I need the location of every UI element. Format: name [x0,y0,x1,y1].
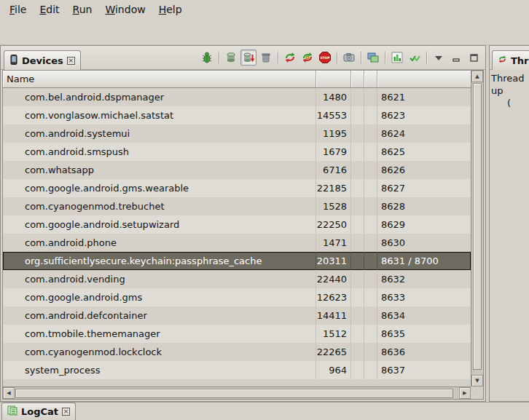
menu-edit[interactable]: Edit [33,1,66,17]
scroll-left-icon[interactable]: ◀ [3,387,15,399]
start-method-profiling-icon[interactable] [299,49,316,66]
table-row[interactable]: com.google.android.setupwizard222508629 [3,215,471,234]
port-cell: 8625 [377,143,471,161]
table-row[interactable]: com.android.vending224408632 [3,270,471,288]
toolbar-separator [337,52,337,64]
menu-file[interactable]: File [3,1,33,17]
vertical-scroll-thumb[interactable] [473,83,482,370]
column-header-pid[interactable] [316,71,351,87]
process-name-cell: com.vonglasow.michael.satstat [3,106,316,124]
empty-cell [364,124,377,143]
column-header-3[interactable] [351,71,364,87]
table-row[interactable]: com.cyanogenmod.trebuchet15288628 [3,197,471,215]
toolbar-separator [219,52,219,64]
process-name-cell: com.whatsapp [3,161,316,179]
toolbar-separator [361,52,361,64]
toolbar-separator [385,52,385,64]
pid-cell: 1528 [316,197,351,215]
minimize-icon[interactable] [448,49,464,66]
empty-cell [351,161,364,179]
screen-capture-icon[interactable] [341,49,357,66]
process-name-cell: com.android.phone [3,234,316,252]
update-heap-icon[interactable] [223,49,239,66]
table-row[interactable]: com.android.defcontainer144118634 [3,306,471,325]
menu-run[interactable]: Run [66,1,99,17]
vertical-scrollbar[interactable]: ▲ ▼ [471,71,483,387]
port-cell: 8630 [377,234,471,252]
toolbar-separator [426,52,427,64]
table-row[interactable]: com.android.systemui11958624 [3,124,471,143]
empty-cell [364,143,377,161]
tab-devices[interactable]: Devices × [4,50,81,70]
process-name-cell: com.bel.android.dspmanager [3,88,316,106]
pid-cell: 22250 [316,215,351,234]
port-cell: 8637 [377,361,471,379]
horizontal-scrollbar[interactable]: ◀ ▶ [3,387,471,399]
empty-cell [351,306,364,325]
table-row[interactable]: com.google.android.gms.wearable221858627 [3,179,471,197]
view-menu-icon[interactable] [431,49,447,66]
menu-help[interactable]: Help [152,1,189,17]
scroll-up-icon[interactable]: ▲ [471,71,483,82]
close-icon[interactable]: × [62,408,70,416]
tab-logcat-label: LogCat [21,406,58,417]
empty-cell [364,343,377,361]
column-header-port[interactable] [377,71,471,87]
menu-window[interactable]: Window [98,1,152,17]
dump-hprof-icon[interactable] [240,49,256,66]
update-threads-icon[interactable] [282,49,298,66]
table-row[interactable]: com.android.phone14718630 [3,234,471,252]
process-name-cell: com.android.smspush [3,143,316,161]
bar-chart-icon[interactable] [389,49,405,66]
empty-cell [351,288,364,306]
table-row[interactable]: system_process9648637 [3,361,471,379]
empty-cell [351,179,364,197]
table-row[interactable]: com.vonglasow.michael.satstat145538623 [3,106,471,124]
table-row[interactable]: com.tmobile.thememanager15128635 [3,325,471,343]
capture-system-trace-icon[interactable] [365,49,381,66]
table-row[interactable]: org.sufficientlysecure.keychain:passphra… [3,252,471,270]
threads-icon [498,55,507,66]
empty-cell [351,215,364,234]
tab-threads[interactable]: Threads [492,50,529,70]
devices-tabbar: Devices × [1,46,485,70]
scroll-right-icon[interactable]: ▶ [459,387,471,399]
empty-cell [351,106,364,124]
process-name-cell: com.google.android.setupwizard [3,215,316,234]
empty-cell [364,88,377,106]
empty-cell [364,325,377,343]
port-cell: 8634 [377,306,471,325]
table-row[interactable]: com.cyanogenmod.lockclock222658636 [3,343,471,361]
cause-gc-icon[interactable] [258,49,274,66]
port-cell: 8628 [377,197,471,215]
empty-cell [364,270,377,288]
empty-cell [364,252,377,270]
close-icon[interactable]: × [67,57,75,65]
table-row[interactable]: com.whatsapp67168626 [3,161,471,179]
debug-process-icon[interactable] [199,49,215,66]
maximize-icon[interactable] [466,49,482,66]
pid-cell: 1480 [316,88,351,106]
column-header-name[interactable]: Name [3,71,316,87]
scroll-down-icon[interactable]: ▼ [471,375,483,387]
table-row[interactable]: com.android.smspush16798625 [3,143,471,161]
pid-cell: 964 [316,361,351,379]
process-name-cell: com.google.android.gms [3,288,316,306]
empty-cell [351,124,364,143]
green-check-icon[interactable] [407,49,423,66]
port-cell: 8635 [377,325,471,343]
table-row[interactable]: com.bel.android.dspmanager14808621 [3,88,471,106]
process-name-cell: org.sufficientlysecure.keychain:passphra… [3,252,316,270]
pid-cell: 22185 [316,179,351,197]
empty-cell [351,270,364,288]
threads-message-line1: Thread up [491,72,528,97]
port-cell: 8621 [377,88,471,106]
menubar: FileEditRunWindowHelp [0,0,529,19]
horizontal-scroll-thumb[interactable] [15,389,453,398]
column-header-4[interactable] [364,71,377,87]
table-row[interactable]: com.google.android.gms126238633 [3,288,471,306]
port-cell: 8636 [377,343,471,361]
tab-logcat[interactable]: LogCat × [1,403,76,420]
stop-process-icon[interactable]: STOP [317,49,333,66]
empty-cell [364,306,377,325]
